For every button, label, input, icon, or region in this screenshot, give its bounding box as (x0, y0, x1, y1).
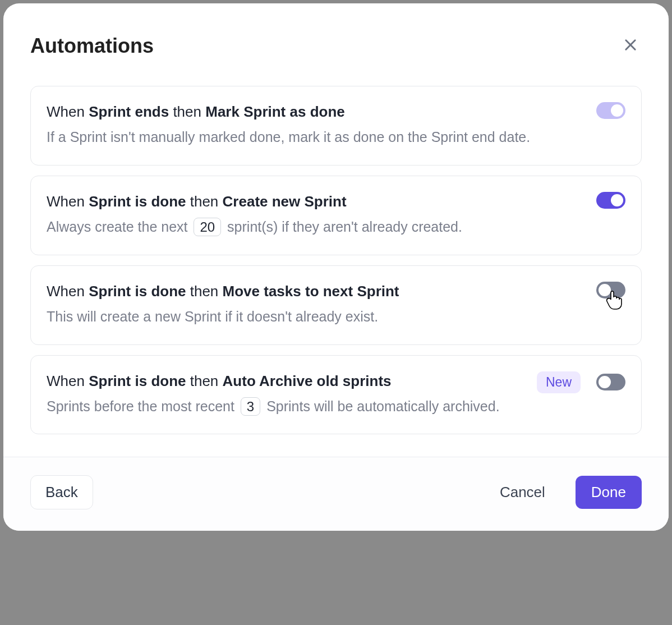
automation-card: When Sprint is done then Create new Spri… (30, 176, 642, 255)
card-description: If a Sprint isn't manually marked done, … (47, 126, 585, 148)
toggle-switch[interactable] (596, 374, 625, 390)
card-content: When Sprint is done then Move tasks to n… (47, 282, 585, 328)
new-badge: New (537, 371, 581, 393)
automation-card: When Sprint is done then Auto Archive ol… (30, 355, 642, 435)
modal-footer: Back Cancel Done (3, 457, 669, 531)
title-when: When (47, 103, 89, 120)
card-title: When Sprint is done then Auto Archive ol… (47, 371, 526, 391)
close-button[interactable] (619, 34, 642, 58)
automations-modal: Automations When Sprint ends then Mark S… (3, 3, 669, 531)
title-then: then (186, 283, 223, 300)
archive-count-input[interactable]: 3 (241, 397, 260, 416)
title-when: When (47, 373, 89, 389)
title-then: then (186, 373, 223, 389)
title-action: Move tasks to next Sprint (223, 283, 399, 300)
card-description: Sprints before the most recent 3 Sprints… (47, 396, 526, 417)
title-when: When (47, 193, 89, 210)
title-action: Mark Sprint as done (205, 103, 345, 120)
card-description: This will create a new Sprint if it does… (47, 306, 585, 328)
title-then: then (169, 103, 205, 120)
card-content: When Sprint is done then Create new Spri… (47, 192, 585, 238)
toggle-switch[interactable] (596, 192, 625, 209)
cancel-button[interactable]: Cancel (485, 476, 560, 509)
footer-left: Back (30, 475, 93, 509)
title-trigger: Sprint is done (89, 193, 186, 210)
card-description: Always create the next 20 sprint(s) if t… (47, 216, 585, 238)
title-action: Create new Sprint (223, 193, 347, 210)
title-then: then (186, 193, 223, 210)
toggle-switch[interactable] (596, 282, 625, 298)
card-right (596, 192, 625, 209)
desc-before: Always create the next (47, 219, 191, 235)
toggle-knob (599, 284, 611, 296)
back-button[interactable]: Back (30, 475, 93, 509)
toggle-knob (599, 376, 611, 388)
desc-after: sprint(s) if they aren't already created… (223, 219, 462, 235)
card-right (596, 102, 625, 119)
title-action: Auto Archive old sprints (223, 373, 392, 389)
title-trigger: Sprint ends (89, 103, 169, 120)
modal-body: Automations When Sprint ends then Mark S… (3, 3, 669, 457)
desc-after: Sprints will be automatically archived. (263, 398, 499, 414)
card-title: When Sprint ends then Mark Sprint as don… (47, 102, 585, 122)
desc-before: Sprints before the most recent (47, 398, 238, 414)
card-right (596, 282, 625, 298)
title-when: When (47, 283, 89, 300)
modal-title: Automations (30, 34, 154, 58)
card-content: When Sprint is done then Auto Archive ol… (47, 371, 526, 417)
automation-card: When Sprint is done then Move tasks to n… (30, 265, 642, 345)
automation-card: When Sprint ends then Mark Sprint as don… (30, 86, 642, 166)
card-right: New (537, 371, 625, 393)
sprint-count-input[interactable]: 20 (194, 218, 221, 236)
toggle-knob (611, 104, 623, 117)
title-trigger: Sprint is done (89, 283, 186, 300)
done-button[interactable]: Done (576, 476, 642, 509)
modal-header: Automations (30, 34, 642, 58)
card-title: When Sprint is done then Create new Spri… (47, 192, 585, 212)
toggle-switch[interactable] (596, 102, 625, 119)
card-title: When Sprint is done then Move tasks to n… (47, 282, 585, 301)
footer-right: Cancel Done (485, 476, 642, 509)
title-trigger: Sprint is done (89, 373, 186, 389)
card-content: When Sprint ends then Mark Sprint as don… (47, 102, 585, 148)
close-icon (623, 37, 638, 54)
toggle-knob (611, 194, 623, 206)
